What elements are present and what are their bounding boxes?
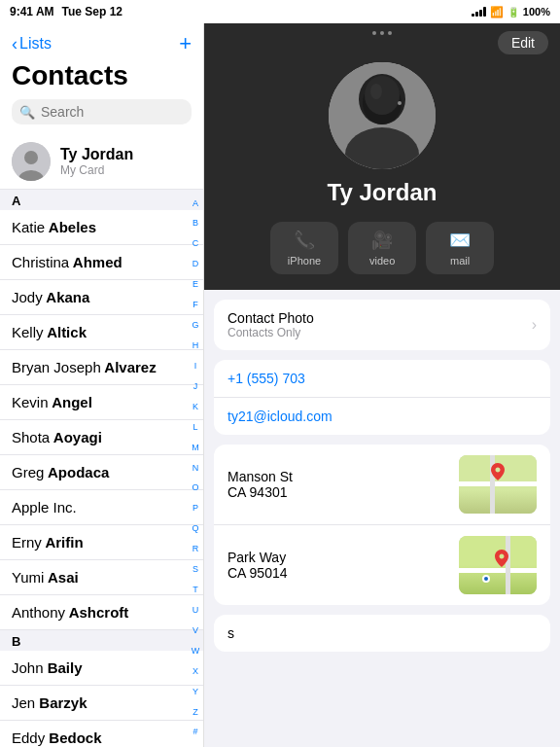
- map2-grid: [459, 536, 537, 594]
- alphabet-index[interactable]: A B C D E F G H I J K L M N O P Q R S T: [189, 190, 202, 747]
- contact-detail: Edit: [204, 23, 560, 747]
- address2-row[interactable]: Park Way CA 95014: [214, 525, 550, 605]
- alpha-s[interactable]: S: [192, 565, 198, 575]
- alpha-w[interactable]: W: [192, 647, 200, 657]
- alpha-g[interactable]: G: [192, 321, 198, 331]
- map-pin2-icon: [495, 550, 508, 567]
- notes-row[interactable]: s: [214, 615, 550, 652]
- search-input[interactable]: [41, 104, 204, 120]
- contact-silhouette-icon: [329, 62, 436, 169]
- list-item[interactable]: Anthony Ashcroft: [0, 595, 203, 630]
- alpha-t[interactable]: T: [192, 586, 198, 595]
- status-left: 9:41 AM Tue Sep 12: [10, 5, 122, 18]
- notes-value: s: [228, 625, 537, 641]
- mail-icon: ✉️: [449, 230, 471, 251]
- page-title: Contacts: [12, 60, 192, 91]
- list-item[interactable]: Erny Arifin: [0, 525, 203, 560]
- mail-label: mail: [450, 255, 470, 267]
- wifi-icon: 📶: [490, 6, 504, 18]
- alpha-u[interactable]: U: [192, 606, 199, 616]
- map2-thumbnail[interactable]: [459, 536, 537, 594]
- address2-city: CA 95014: [228, 565, 451, 581]
- alpha-p[interactable]: P: [192, 504, 198, 514]
- phone-row[interactable]: +1 (555) 703: [214, 360, 550, 398]
- video-label: video: [369, 255, 395, 267]
- chevron-right-icon: ›: [532, 316, 537, 334]
- map1-thumbnail[interactable]: [459, 455, 537, 514]
- alpha-m[interactable]: M: [192, 444, 199, 453]
- detail-header: Edit: [204, 23, 560, 290]
- contact-photo-section: Contact Photo Contacts Only ›: [214, 300, 550, 350]
- list-item[interactable]: Eddy Bedock: [0, 721, 203, 747]
- list-item[interactable]: Yumi Asai: [0, 560, 203, 595]
- list-item[interactable]: Jen Barzyk: [0, 686, 203, 721]
- list-item[interactable]: Kevin Angel: [0, 385, 203, 420]
- alpha-n[interactable]: N: [192, 464, 199, 474]
- address1-row[interactable]: Manson St CA 94301: [214, 445, 550, 525]
- alpha-q[interactable]: Q: [192, 524, 198, 534]
- email-row[interactable]: ty21@icloud.com: [214, 398, 550, 435]
- alpha-o[interactable]: O: [192, 483, 198, 493]
- alpha-r[interactable]: R: [192, 545, 199, 554]
- list-item[interactable]: Jody Akana: [0, 280, 203, 315]
- search-bar[interactable]: 🔍 🎤: [12, 99, 192, 124]
- video-action-button[interactable]: 🎥 video: [348, 222, 416, 274]
- alpha-e[interactable]: E: [192, 280, 198, 290]
- main-layout: ‹ Lists + Contacts 🔍 🎤: [0, 23, 560, 747]
- alpha-y[interactable]: Y: [192, 688, 198, 697]
- signal-icon: [472, 7, 486, 17]
- map1-pin: [491, 463, 505, 480]
- map-pin-icon: [491, 463, 505, 480]
- contact-photo-inner: [329, 62, 436, 169]
- svg-point-7: [365, 76, 400, 115]
- alpha-x[interactable]: X: [192, 667, 198, 677]
- status-bar: 9:41 AM Tue Sep 12 📶 🔋 100%: [0, 0, 560, 23]
- list-item[interactable]: Kelly Altick: [0, 315, 203, 350]
- alpha-h[interactable]: H: [192, 341, 199, 351]
- list-item[interactable]: Apple Inc.: [0, 490, 203, 525]
- contact-photo: [329, 62, 436, 169]
- alpha-z[interactable]: Z: [192, 708, 198, 718]
- video-icon: 🎥: [371, 230, 393, 251]
- phone-action-button[interactable]: 📞 iPhone: [270, 222, 338, 274]
- list-item[interactable]: Christina Ahmed: [0, 245, 203, 280]
- search-icon: 🔍: [19, 105, 35, 120]
- alpha-v[interactable]: V: [192, 626, 198, 636]
- map2-pin: [495, 550, 508, 567]
- add-contact-button[interactable]: +: [179, 31, 192, 56]
- back-button[interactable]: ‹ Lists: [12, 35, 52, 53]
- edit-button[interactable]: Edit: [498, 31, 548, 54]
- list-item[interactable]: Katie Abeles: [0, 210, 203, 245]
- email-value[interactable]: ty21@icloud.com: [228, 409, 537, 424]
- alpha-c[interactable]: C: [192, 239, 199, 249]
- alpha-a[interactable]: A: [192, 199, 198, 209]
- svg-point-8: [370, 84, 382, 99]
- alpha-f[interactable]: F: [192, 301, 198, 310]
- contact-photo-sublabel: Contacts Only: [228, 326, 532, 339]
- my-card-info: Ty Jordan My Card: [60, 146, 133, 177]
- contacts-scroll[interactable]: A Katie Abeles Christina Ahmed Jody Akan…: [0, 190, 203, 747]
- alpha-d[interactable]: D: [192, 260, 199, 269]
- alpha-b[interactable]: B: [192, 219, 198, 229]
- section-header-b: B: [0, 630, 203, 651]
- map1-road-h: [459, 481, 537, 486]
- alpha-k[interactable]: K: [192, 403, 198, 412]
- address2-street: Park Way: [228, 550, 451, 565]
- contact-photo-label: Contact Photo: [228, 310, 532, 326]
- alpha-hash[interactable]: #: [192, 728, 197, 737]
- phone-value[interactable]: +1 (555) 703: [228, 371, 537, 386]
- alpha-i[interactable]: I: [194, 362, 197, 372]
- svg-point-1: [24, 151, 38, 164]
- my-card[interactable]: Ty Jordan My Card: [0, 134, 203, 190]
- alpha-l[interactable]: L: [192, 423, 197, 433]
- list-item[interactable]: John Baily: [0, 651, 203, 686]
- date: Tue Sep 12: [62, 5, 122, 18]
- chevron-left-icon: ‹: [12, 35, 18, 53]
- list-item[interactable]: Shota Aoyagi: [0, 420, 203, 455]
- mail-action-button[interactable]: ✉️ mail: [426, 222, 494, 274]
- contact-photo-row[interactable]: Contact Photo Contacts Only ›: [214, 300, 550, 350]
- list-item[interactable]: Greg Apodaca: [0, 455, 203, 490]
- list-item[interactable]: Bryan Joseph Alvarez: [0, 350, 203, 385]
- phone-email-section: +1 (555) 703 ty21@icloud.com: [214, 360, 550, 435]
- alpha-j[interactable]: J: [193, 382, 198, 392]
